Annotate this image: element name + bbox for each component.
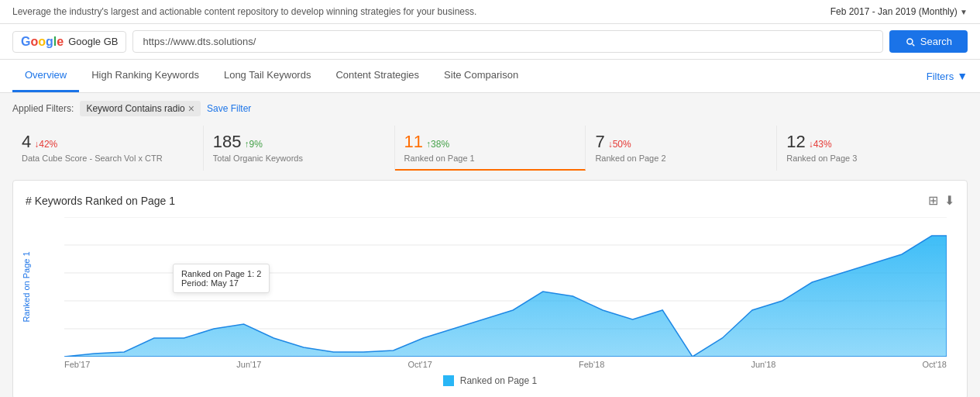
metric-page2-label: Ranked on Page 2 [595,154,767,163]
tab-overview[interactable]: Overview [12,60,79,92]
chart-section: # Keywords Ranked on Page 1 ⊞ ⬇ Ranked o… [12,180,968,397]
chart-title: # Keywords Ranked on Page 1 [26,195,175,207]
nav-tabs: Overview High Ranking Keywords Long Tail… [0,60,980,93]
applied-filters-label: Applied Filters: [12,103,74,114]
chart-wrapper: Ranked on Page 1 Ranked on Page 1: 2 Per… [26,217,954,357]
metrics-row: 4 ↓42% Data Cube Score - Search Vol x CT… [12,126,968,171]
save-filter-link[interactable]: Save Filter [207,103,251,114]
tab-site-comparison[interactable]: Site Comparison [432,60,531,92]
y-axis-label: Ranked on Page 1 [22,251,31,322]
top-bar: Leverage the industry's largest and acti… [0,0,980,24]
content-area: Applied Filters: Keyword Contains radio … [0,93,980,397]
metric-datacube-value: 4 ↓42% [22,132,194,152]
search-button[interactable]: Search [889,30,968,53]
applied-filters-row: Applied Filters: Keyword Contains radio … [12,101,968,116]
metric-page3-value: 12 ↓43% [786,132,958,152]
filters-button[interactable]: Filters ▼ [927,70,968,82]
tab-long-tail[interactable]: Long Tail Keywords [211,60,324,92]
metric-page2-value: 7 ↓50% [595,132,767,152]
metric-page1[interactable]: 11 ↑38% Ranked on Page 1 [395,126,586,171]
chart-actions: ⊞ ⬇ [928,193,954,208]
google-icon: Google [21,35,64,49]
metric-page1-label: Ranked on Page 1 [404,154,576,163]
legend-label: Ranked on Page 1 [460,375,537,386]
search-engine-selector[interactable]: Google Google GB [12,31,126,53]
svg-marker-12 [64,236,947,357]
filter-tag: Keyword Contains radio × [80,101,201,116]
metric-page1-value: 11 ↑38% [404,132,576,152]
url-input[interactable] [132,30,882,53]
metric-datacube-label: Data Cube Score - Search Vol x CTR [22,154,194,163]
filter-remove-button[interactable]: × [188,103,194,114]
download-button[interactable]: ⬇ [944,193,954,208]
metric-page3-label: Ranked on Page 3 [786,154,958,163]
grid-view-button[interactable]: ⊞ [928,193,938,208]
metric-organic-label: Total Organic Keywords [213,154,385,163]
top-bar-description: Leverage the industry's largest and acti… [12,6,476,17]
search-icon [905,36,916,47]
chart-legend: Ranked on Page 1 [26,375,954,386]
x-axis: Feb'17 Jun'17 Oct'17 Feb'18 Jun'18 Oct'1… [64,360,947,369]
nav-tabs-left: Overview High Ranking Keywords Long Tail… [12,60,531,92]
date-range-selector[interactable]: Feb 2017 - Jan 2019 (Monthly) ▼ [830,6,968,17]
filter-icon: ▼ [957,70,968,82]
metric-page3[interactable]: 12 ↓43% Ranked on Page 3 [777,126,968,171]
search-bar: Google Google GB Search [0,24,980,60]
metric-datacube[interactable]: 4 ↓42% Data Cube Score - Search Vol x CT… [12,126,204,171]
chart-area: Ranked on Page 1: 2 Period: May 17 15 12… [64,217,947,357]
engine-label: Google GB [68,36,118,47]
chart-svg: 15 12 9 6 3 0 [64,217,947,357]
date-range-arrow: ▼ [960,8,968,16]
legend-color-box [443,375,454,386]
tab-high-ranking[interactable]: High Ranking Keywords [79,60,211,92]
chart-header: # Keywords Ranked on Page 1 ⊞ ⬇ [26,193,954,208]
tab-content-strategies[interactable]: Content Strategies [323,60,432,92]
metric-page2[interactable]: 7 ↓50% Ranked on Page 2 [586,126,777,171]
metric-organic[interactable]: 185 ↑9% Total Organic Keywords [204,126,395,171]
metric-organic-value: 185 ↑9% [213,132,385,152]
